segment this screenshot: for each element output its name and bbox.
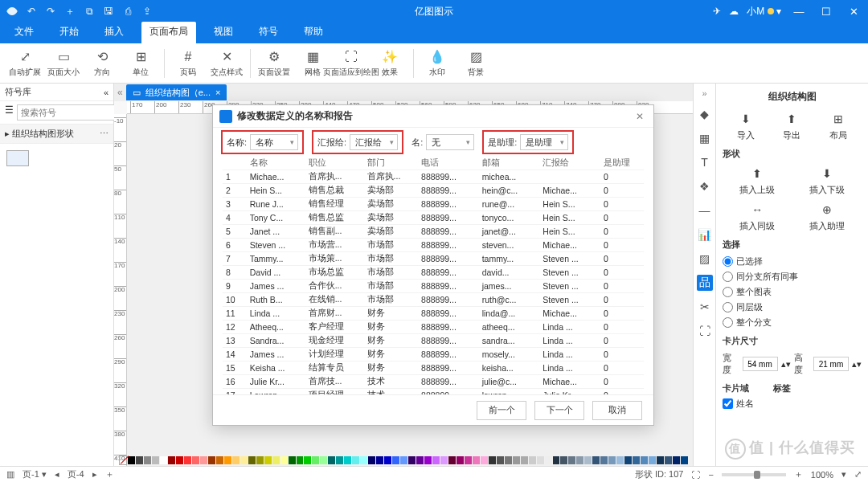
table-row[interactable]: 5Janet ...销售副...卖场部888899...janet@...Hei… (223, 225, 644, 239)
color-swatch[interactable] (489, 456, 496, 464)
fit-icon[interactable]: ⛶ (691, 470, 700, 480)
new-icon[interactable]: ＋ (63, 4, 77, 18)
color-swatch[interactable] (328, 456, 335, 464)
filter-select[interactable]: 汇报给 (350, 134, 398, 150)
ribbon-交点样式[interactable]: ✕交点样式 (208, 45, 245, 82)
zoom-out-icon[interactable]: − (708, 470, 713, 480)
color-swatch[interactable] (264, 456, 272, 464)
dialog-close-icon[interactable]: ✕ (633, 109, 647, 124)
color-swatch[interactable] (336, 456, 343, 464)
ribbon-方向[interactable]: ⟲方向 (84, 45, 121, 82)
menu-视图[interactable]: 视图 (206, 22, 241, 43)
color-swatch[interactable] (497, 456, 504, 464)
color-swatch[interactable] (440, 456, 448, 464)
ribbon-页面适应到绘图[interactable]: ⛶页面适应到绘图 (333, 45, 370, 82)
close-button[interactable]: ✕ (844, 6, 863, 18)
ribbon-自动扩展[interactable]: ⤢自动扩展 (6, 45, 43, 82)
color-swatch[interactable] (312, 456, 319, 464)
export-icon[interactable]: ⇪ (140, 4, 154, 18)
prev-page-icon[interactable]: ◂ (55, 469, 59, 480)
panel-btn-导出[interactable]: ⬆导出 (783, 110, 800, 141)
color-swatch[interactable] (416, 456, 424, 464)
color-swatch[interactable] (568, 456, 575, 464)
table-row[interactable]: 6Steven ...市场营...市场部888899...steven...Mi… (223, 239, 644, 252)
save-icon[interactable]: 🖫 (101, 4, 116, 18)
filter-select[interactable]: 名称 (250, 134, 298, 150)
filter-select[interactable]: 无 (426, 134, 474, 150)
color-swatch[interactable] (473, 456, 480, 464)
select-radio-同分支所有同事[interactable] (723, 272, 733, 282)
grid-icon[interactable]: ▦ (697, 130, 713, 146)
dialog-button-前一个[interactable]: 前一个 (477, 401, 526, 420)
table-row[interactable]: 4Tony C...销售总监卖场部888899...tonyco...Hein … (223, 211, 644, 225)
color-swatch[interactable] (521, 456, 528, 464)
table-row[interactable]: 9James ...合作伙...市场部888899...james...Stev… (223, 280, 644, 293)
color-swatch[interactable] (360, 456, 367, 464)
select-radio-整个图表[interactable] (723, 287, 733, 297)
color-swatch[interactable] (256, 456, 264, 464)
color-swatch[interactable] (168, 456, 175, 464)
shape-btn-插入上级[interactable]: ⬆插入上级 (739, 165, 775, 196)
color-swatch[interactable] (192, 456, 199, 464)
no-color-icon[interactable] (119, 455, 127, 465)
ribbon-页面大小[interactable]: ▭页面大小 (45, 45, 82, 82)
color-swatch[interactable] (505, 456, 512, 464)
text-icon[interactable]: T (697, 154, 713, 170)
color-swatch[interactable] (681, 456, 688, 464)
color-swatch[interactable] (673, 456, 680, 464)
table-row[interactable]: 14James ...计划经理财务888899...mosely...Linda… (223, 348, 644, 362)
color-swatch[interactable] (368, 456, 375, 464)
table-row[interactable]: 7Tammy...市场策...市场部888899...tammy...Steve… (223, 252, 644, 266)
color-swatch[interactable] (297, 456, 304, 464)
color-swatch[interactable] (352, 456, 359, 464)
shape-btn-插入助理[interactable]: ⊕插入助理 (809, 201, 845, 232)
table-row[interactable]: 13Sandra...现金经理财务888899...sandra...Linda… (223, 334, 644, 348)
color-swatch[interactable] (457, 456, 464, 464)
transform-icon[interactable]: ⛶ (697, 323, 713, 339)
table-row[interactable]: 16Julie Kr...首席技...技术888899...julie@c...… (223, 375, 644, 389)
menu-开始[interactable]: 开始 (51, 22, 87, 43)
ribbon-单位[interactable]: ⊞单位 (122, 45, 159, 82)
filter-select[interactable]: 是助理 (520, 134, 568, 150)
ribbon-效果[interactable]: ✨效果 (371, 45, 408, 82)
color-swatch[interactable] (200, 456, 207, 464)
select-radio-同层级[interactable] (723, 302, 733, 312)
dialog-button-下一个[interactable]: 下一个 (534, 401, 584, 420)
undo-icon[interactable]: ↶ (24, 4, 39, 18)
color-swatch[interactable] (136, 456, 143, 464)
color-swatch[interactable] (560, 456, 567, 464)
maximize-button[interactable]: ☐ (817, 6, 836, 18)
table-row[interactable]: 15Keisha ...结算专员财务888899...keisha...Lind… (223, 362, 644, 375)
table-row[interactable]: 11Linda ...首席财...财务888899...linda@...Mic… (223, 307, 644, 321)
color-swatch[interactable] (616, 456, 624, 464)
table-row[interactable]: 17Lawren...项目经理技术888899...lawren...Julie… (223, 389, 644, 395)
image-icon[interactable]: ▨ (697, 251, 713, 267)
color-swatch[interactable] (448, 456, 456, 464)
ribbon-页码[interactable]: #页码 (170, 45, 207, 82)
color-swatch[interactable] (240, 456, 248, 464)
shape-btn-插入同级[interactable]: ↔插入同级 (739, 201, 775, 232)
collapse-tabs-icon[interactable]: « (117, 87, 123, 98)
color-swatch[interactable] (248, 456, 256, 464)
zoom-in-icon[interactable]: ＋ (794, 468, 803, 480)
color-swatch[interactable] (624, 456, 632, 464)
library-icon[interactable]: ☰ (5, 104, 14, 120)
add-page-icon[interactable]: ＋ (105, 468, 114, 480)
color-swatch[interactable] (184, 456, 191, 464)
color-swatch[interactable] (633, 456, 640, 464)
color-swatch[interactable] (232, 456, 240, 464)
color-swatch[interactable] (144, 456, 151, 464)
table-row[interactable]: 10Ruth B...在线销...市场部888899...ruth@c...St… (223, 293, 644, 307)
card-width-input[interactable] (743, 357, 778, 371)
category-menu-icon[interactable]: ⋯ (100, 129, 108, 139)
shape-thumbnail[interactable] (6, 150, 29, 166)
color-swatch[interactable] (176, 456, 183, 464)
color-swatch[interactable] (280, 456, 288, 464)
color-swatch[interactable] (216, 456, 223, 464)
color-swatch[interactable] (537, 456, 544, 464)
table-row[interactable]: 12Atheeq...客户经理财务888899...atheeq...Linda… (223, 321, 644, 334)
color-swatch[interactable] (553, 456, 560, 464)
color-swatch[interactable] (152, 456, 159, 464)
color-swatch[interactable] (272, 456, 280, 464)
color-swatch[interactable] (592, 456, 600, 464)
